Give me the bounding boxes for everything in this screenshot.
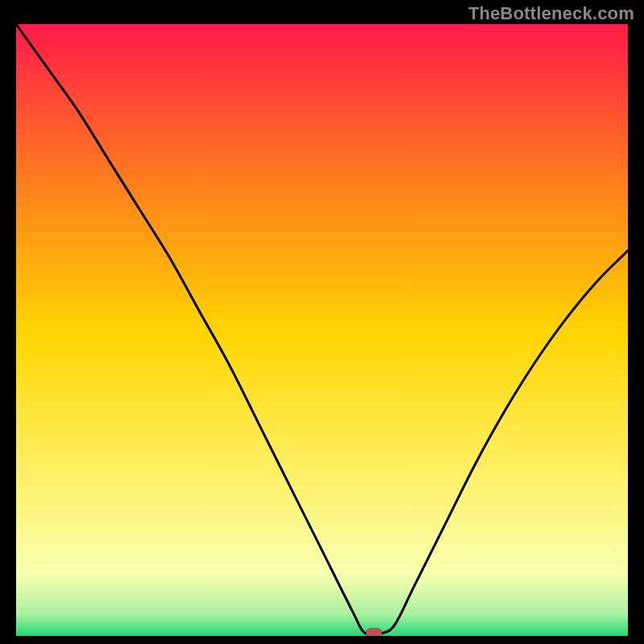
chart-frame: TheBottleneck.com: [0, 0, 644, 644]
watermark-text: TheBottleneck.com: [469, 3, 634, 24]
optimal-marker: [366, 628, 382, 636]
chart-svg: [16, 24, 628, 636]
gradient-background: [16, 24, 628, 636]
chart-plot-area: [16, 24, 628, 636]
